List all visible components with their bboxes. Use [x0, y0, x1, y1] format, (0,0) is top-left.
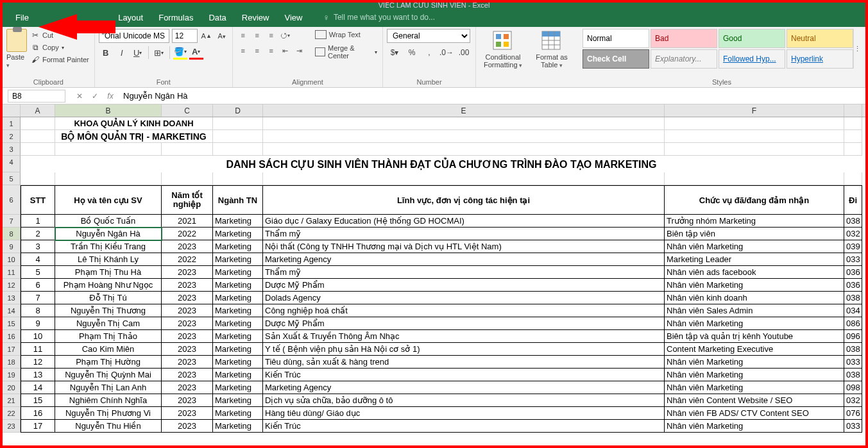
cell[interactable]: Đỗ Thị Tú	[55, 292, 162, 304]
cell[interactable]: Dịch vụ sửa chữa, bảo dưỡng ô tô	[263, 394, 665, 407]
align-middle-button[interactable]: ≡	[251, 29, 264, 42]
cell[interactable]: Nhân viên Sales Admin	[665, 304, 844, 317]
cell[interactable]: Marketing	[213, 279, 263, 292]
bold-button[interactable]: B	[99, 46, 113, 60]
row-header[interactable]: 7	[3, 215, 21, 228]
row-header[interactable]: 21	[3, 394, 21, 407]
inc-decimal-button[interactable]: .0→	[439, 46, 454, 60]
cell[interactable]: Marketing	[213, 394, 263, 407]
col-header-D[interactable]: D	[213, 104, 263, 117]
cell[interactable]: Marketing	[213, 317, 263, 330]
cell[interactable]: Biên tập và quản trị kênh Youtube	[665, 330, 844, 343]
cell[interactable]: Nghiêm Chính Nghĩa	[55, 394, 162, 407]
cell[interactable]: Nguyễn Thị Phương Vi	[55, 407, 162, 420]
align-bottom-button[interactable]: ≡	[265, 29, 278, 42]
tab-file[interactable]: File	[8, 9, 37, 26]
cell[interactable]: 2023	[162, 407, 213, 420]
cell[interactable]: Nhân viên Marketing	[665, 279, 844, 292]
cell[interactable]: 13	[21, 369, 55, 381]
increase-font-button[interactable]: A▲	[200, 29, 213, 43]
copy-button[interactable]: ⧉Copy ▾	[30, 42, 90, 53]
tab-view[interactable]: View	[277, 9, 310, 26]
cell[interactable]: 038	[844, 343, 862, 356]
cell[interactable]: 12	[21, 356, 55, 369]
style-normal[interactable]: Normal	[583, 29, 649, 48]
cell[interactable]: Marketing	[213, 304, 263, 317]
align-right-button[interactable]: ≡	[265, 44, 278, 57]
cell[interactable]: Nguyễn Thị Quỳnh Mai	[55, 369, 162, 381]
cell-subdept[interactable]: BỘ MÔN QUẢN TRỊ - MARKETING	[55, 130, 213, 143]
cell[interactable]: 9	[21, 317, 55, 330]
cell[interactable]: 032	[844, 228, 862, 240]
cell[interactable]: Marketing	[213, 253, 263, 266]
cell[interactable]: Marketing	[213, 266, 263, 279]
cell[interactable]: 038	[844, 292, 862, 304]
row-header[interactable]: 13	[3, 292, 21, 304]
style-followed-hyperlink[interactable]: Followed Hyp...	[719, 49, 785, 69]
cell[interactable]: Nhân viên Marketing	[665, 240, 844, 253]
enter-formula-button[interactable]: ✓	[89, 90, 101, 103]
cell[interactable]: 2023	[162, 279, 213, 292]
row-header[interactable]: 19	[3, 369, 21, 381]
name-box[interactable]	[8, 90, 65, 103]
cell[interactable]: 10	[21, 330, 55, 343]
align-top-button[interactable]: ≡	[237, 29, 250, 42]
cell[interactable]: Dược Mỹ Phẩm	[263, 317, 665, 330]
tab-review[interactable]: Review	[234, 9, 277, 26]
cell[interactable]: Nhân viên ads facebook	[665, 266, 844, 279]
decrease-font-button[interactable]: A▾	[216, 29, 228, 43]
cell[interactable]: Marketing Leader	[665, 253, 844, 266]
col-header-E[interactable]: E	[263, 104, 665, 117]
cell[interactable]: 1	[21, 215, 55, 228]
cell[interactable]: 2023	[162, 394, 213, 407]
style-bad[interactable]: Bad	[651, 29, 717, 48]
cell[interactable]: Marketing	[213, 330, 263, 343]
cell[interactable]: Trưởng nhóm Marketing	[665, 215, 844, 228]
wrap-text-button[interactable]: Wrap Text	[314, 29, 379, 40]
cell[interactable]: Phạm Thị Thu Hà	[55, 266, 162, 279]
font-name-select[interactable]	[99, 29, 169, 43]
cell[interactable]: Marketing Agency	[263, 381, 665, 394]
cell[interactable]: Nhân viên Content Website / SEO	[665, 394, 844, 407]
underline-button[interactable]: U▾	[131, 46, 145, 60]
cell[interactable]: 4	[21, 253, 55, 266]
cell[interactable]: 2023	[162, 240, 213, 253]
cell[interactable]: Nhân viên Marketing	[665, 356, 844, 369]
cell[interactable]: 2023	[162, 356, 213, 369]
cell[interactable]: Marketing	[213, 369, 263, 381]
fx-button[interactable]: fx	[104, 90, 117, 103]
spreadsheet-grid[interactable]: A B C D E F 1 KHOA QUẢN LÝ KINH DOANH 2 …	[3, 104, 865, 445]
header-position[interactable]: Chức vụ đã/đang đảm nhận	[665, 185, 844, 215]
cell[interactable]: Kiến Trúc	[263, 369, 665, 381]
cell[interactable]: Nguyễn Thị Thương	[55, 304, 162, 317]
cell[interactable]: 2022	[162, 253, 213, 266]
cell[interactable]: 11	[21, 343, 55, 356]
cell[interactable]: Marketing	[213, 381, 263, 394]
style-check-cell[interactable]: Check Cell	[583, 49, 649, 69]
cell[interactable]: 2023	[162, 369, 213, 381]
cell[interactable]: Marketing	[213, 356, 263, 369]
cell[interactable]: 2023	[162, 266, 213, 279]
row-header[interactable]: 4	[3, 156, 21, 172]
cell[interactable]: Kiến Trúc	[263, 420, 665, 433]
cell[interactable]: Tiêu dùng, sản xuất & hàng trend	[263, 356, 665, 369]
cell[interactable]: 038	[844, 215, 862, 228]
tell-me-search[interactable]: ♀ Tell me what you want to do...	[323, 12, 435, 22]
accounting-button[interactable]: $▾	[387, 46, 402, 60]
cell[interactable]: Trần Thị Kiều Trang	[55, 240, 162, 253]
row-header[interactable]: 6	[3, 185, 21, 215]
cell[interactable]: Phạm Thị Hường	[55, 356, 162, 369]
cell[interactable]: Nhân viên Marketing	[665, 369, 844, 381]
cell[interactable]: Nội thất (Công ty TNHH Thương mại và Dịc…	[263, 240, 665, 253]
cell[interactable]: Marketing	[213, 292, 263, 304]
tab-data[interactable]: Data	[201, 9, 234, 26]
style-explanatory[interactable]: Explanatory...	[651, 49, 717, 69]
row-header[interactable]: 18	[3, 356, 21, 369]
cell[interactable]: Nguyễn Thu Hiền	[55, 420, 162, 433]
formula-input[interactable]	[119, 89, 865, 103]
cell[interactable]: 7	[21, 292, 55, 304]
header-year[interactable]: Năm tốt nghiệp	[162, 185, 213, 215]
cell[interactable]: 033	[844, 356, 862, 369]
cell[interactable]: 076	[844, 407, 862, 420]
row-header[interactable]: 14	[3, 304, 21, 317]
